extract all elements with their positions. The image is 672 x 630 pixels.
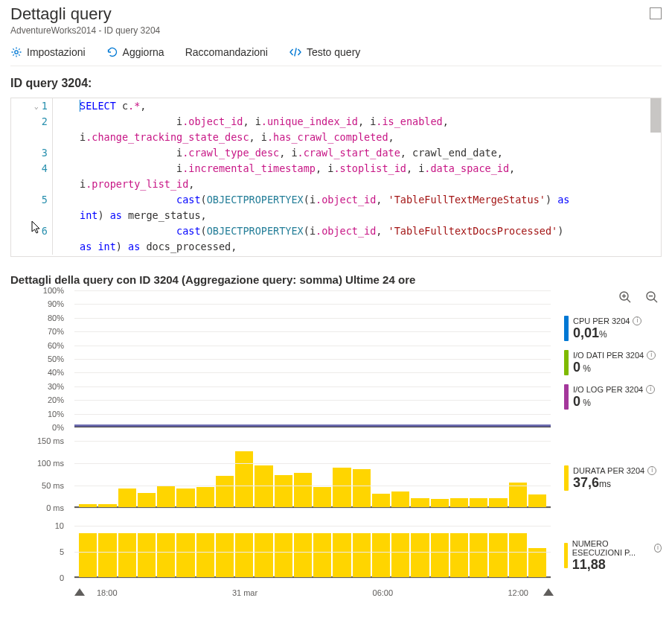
query-text-button[interactable]: Testo query bbox=[289, 46, 360, 58]
maximize-icon[interactable] bbox=[650, 7, 662, 19]
zoom-in-icon[interactable] bbox=[618, 290, 632, 304]
exec-chart[interactable]: 1050 bbox=[10, 526, 551, 585]
bar[interactable] bbox=[411, 533, 429, 577]
bar[interactable] bbox=[431, 499, 449, 507]
page-title: Dettagli query bbox=[10, 4, 160, 24]
bar[interactable] bbox=[353, 533, 371, 577]
bar[interactable] bbox=[79, 533, 97, 577]
legend-unit: % bbox=[580, 398, 591, 408]
bar[interactable] bbox=[528, 494, 546, 507]
code-body[interactable]: SELECT c.*, i.object_id, i.unique_index_… bbox=[53, 98, 661, 255]
legend-value: 11,88 bbox=[572, 557, 606, 572]
bar[interactable] bbox=[353, 469, 371, 507]
bar[interactable] bbox=[196, 487, 214, 507]
bar[interactable] bbox=[333, 468, 351, 507]
bar[interactable] bbox=[372, 494, 390, 507]
bar[interactable] bbox=[118, 489, 136, 507]
chart-heading: Dettagli della query con ID 3204 (Aggreg… bbox=[10, 273, 662, 286]
bar[interactable] bbox=[450, 533, 468, 577]
bar[interactable] bbox=[157, 533, 175, 577]
bar[interactable] bbox=[470, 498, 487, 507]
refresh-icon bbox=[106, 46, 118, 58]
zoom-out-icon[interactable] bbox=[645, 290, 659, 304]
chart-grid bbox=[74, 441, 551, 508]
bar[interactable] bbox=[275, 533, 292, 577]
bar[interactable] bbox=[470, 533, 487, 577]
bar[interactable] bbox=[391, 533, 409, 577]
legend-name: I/O LOG PER 3204 bbox=[573, 385, 643, 394]
legend-swatch bbox=[564, 543, 568, 568]
percent-legend: CPU PER 3204i 0,01% I/O DATI PER 3204i 0… bbox=[564, 290, 656, 435]
settings-button[interactable]: Impostazioni bbox=[10, 46, 86, 58]
line-gutter: ⌄123456 bbox=[11, 98, 53, 255]
bar[interactable] bbox=[313, 533, 331, 577]
recommendations-button[interactable]: Raccomandazioni bbox=[185, 46, 268, 58]
legend-cpu[interactable]: CPU PER 3204i 0,01% bbox=[564, 316, 656, 341]
legend-duration[interactable]: DURATA PER 3204i 37,6ms bbox=[564, 465, 656, 491]
legend-swatch bbox=[564, 350, 569, 375]
info-icon[interactable]: i bbox=[654, 544, 662, 553]
legend-log[interactable]: I/O LOG PER 3204i 0 % bbox=[564, 384, 656, 410]
percent-chart-row: 100%90%80%70%60%50%40%30%20%10%0% CPU PE… bbox=[10, 290, 662, 435]
bar[interactable] bbox=[157, 486, 175, 507]
x-tick-label: 12:00 bbox=[508, 588, 528, 597]
bar[interactable] bbox=[176, 489, 194, 507]
bar[interactable] bbox=[118, 533, 136, 577]
legend-name: CPU PER 3204 bbox=[573, 316, 630, 325]
legend-name: NUMERO ESECUZIONI P... bbox=[572, 539, 652, 557]
query-text-label: Testo query bbox=[307, 46, 360, 58]
bar[interactable] bbox=[509, 533, 527, 577]
bar[interactable] bbox=[235, 451, 253, 507]
bar[interactable] bbox=[98, 504, 116, 507]
zoom-controls bbox=[618, 290, 659, 304]
settings-label: Impostazioni bbox=[27, 46, 86, 58]
data-band bbox=[74, 424, 551, 427]
bar[interactable] bbox=[489, 498, 507, 507]
legend-unit: % bbox=[599, 329, 607, 340]
legend-unit: ms bbox=[599, 479, 611, 489]
scrollbar-thumb[interactable] bbox=[650, 98, 661, 133]
info-icon[interactable]: i bbox=[633, 316, 641, 325]
refresh-button[interactable]: Aggiorna bbox=[106, 46, 164, 58]
info-icon[interactable]: i bbox=[647, 351, 656, 360]
bar[interactable] bbox=[294, 473, 312, 507]
bar[interactable] bbox=[255, 465, 272, 507]
bar[interactable] bbox=[79, 504, 97, 507]
bar[interactable] bbox=[176, 533, 194, 577]
page-subtitle: AdventureWorks2014 - ID query 3204 bbox=[10, 25, 160, 36]
sql-editor[interactable]: ⌄123456 SELECT c.*, i.object_id, i.uniqu… bbox=[10, 98, 662, 257]
duration-legend: DURATA PER 3204i 37,6ms bbox=[564, 441, 656, 515]
bar[interactable] bbox=[411, 498, 429, 507]
bar[interactable] bbox=[216, 533, 234, 577]
bar[interactable] bbox=[489, 533, 507, 577]
bar[interactable] bbox=[275, 475, 292, 507]
bar[interactable] bbox=[98, 533, 116, 577]
bar[interactable] bbox=[333, 533, 351, 577]
legend-exec[interactable]: NUMERO ESECUZIONI P...i 11,88 bbox=[564, 539, 662, 573]
bar[interactable] bbox=[313, 487, 331, 507]
x-tick-label: 31 mar bbox=[232, 588, 257, 597]
bar[interactable] bbox=[294, 533, 312, 577]
bar[interactable] bbox=[138, 493, 156, 507]
bar[interactable] bbox=[255, 533, 272, 577]
bar[interactable] bbox=[372, 533, 390, 577]
legend-name: I/O DATI PER 3204 bbox=[573, 351, 644, 360]
info-icon[interactable]: i bbox=[646, 385, 655, 394]
bar[interactable] bbox=[450, 498, 468, 507]
bar[interactable] bbox=[216, 476, 234, 507]
legend-io[interactable]: I/O DATI PER 3204i 0 % bbox=[564, 350, 656, 375]
duration-chart[interactable]: 150 ms100 ms50 ms0 ms bbox=[10, 441, 551, 515]
bar[interactable] bbox=[196, 533, 214, 577]
bar[interactable] bbox=[431, 533, 449, 577]
x-axis-labels: 18:0031 mar06:0012:00 bbox=[74, 588, 551, 597]
x-tick-label: 18:00 bbox=[97, 588, 118, 597]
bar[interactable] bbox=[235, 533, 253, 577]
percent-chart[interactable]: 100%90%80%70%60%50%40%30%20%10%0% bbox=[10, 290, 551, 435]
info-icon[interactable]: i bbox=[647, 466, 656, 475]
chart-grid bbox=[74, 526, 551, 578]
bar[interactable] bbox=[391, 491, 409, 507]
svg-point-0 bbox=[15, 51, 18, 54]
x-tick-label: 06:00 bbox=[373, 588, 394, 597]
legend-swatch bbox=[564, 384, 569, 410]
bar[interactable] bbox=[138, 533, 156, 577]
